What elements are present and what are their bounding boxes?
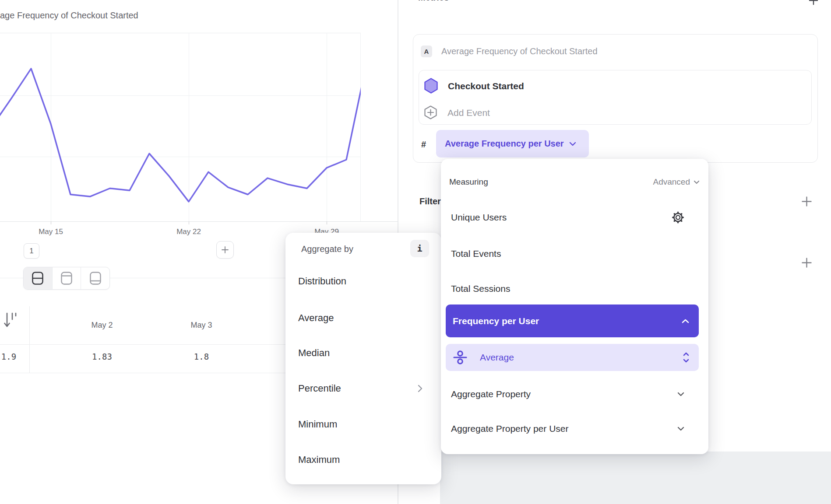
x-tick (327, 221, 327, 224)
average-icon (453, 349, 468, 366)
measuring-menu-title: Measuring (449, 177, 488, 187)
aggregate-by-menu-title: Aggregate by (301, 244, 353, 254)
menu-item-aggregate-property[interactable]: Aggregate Property (451, 382, 698, 406)
measurement-type-symbol: # (421, 140, 426, 150)
aggregate-by-menu: Aggregate by i Distribution Average Medi… (285, 233, 441, 484)
chart-bottom-layout-icon (90, 272, 101, 285)
chevron-down-icon (569, 142, 576, 146)
metric-name-input[interactable]: Average Frequency of Checkout Started (441, 46, 598, 56)
menu-item-distribution[interactable]: Distribution (298, 269, 429, 294)
menu-item-total-sessions[interactable]: Total Sessions (451, 276, 698, 301)
table-column-divider (29, 306, 30, 373)
measurement-label: Average Frequency per User (445, 139, 564, 149)
menu-item-average[interactable]: Average (298, 305, 429, 331)
metric-letter-badge: A (421, 46, 432, 57)
menu-item-minimum[interactable]: Minimum (298, 412, 429, 437)
measurement-dropdown-button[interactable]: Average Frequency per User (436, 130, 589, 158)
plus-icon (808, 0, 819, 6)
sort-descending-icon[interactable] (4, 312, 18, 330)
page-number-button[interactable]: 1 (24, 243, 39, 259)
plus-icon (221, 246, 229, 254)
table-header-cell[interactable]: May 2 (91, 321, 113, 330)
chart-title: age Frequency of Checkout Started (0, 10, 138, 21)
advanced-toggle[interactable]: Advanced (653, 177, 700, 187)
x-axis-line (0, 221, 398, 222)
layout-switcher (23, 267, 110, 290)
x-tick-label: May 22 (176, 228, 201, 236)
line-chart-plot-area (0, 33, 361, 221)
table-value-cell: 1.83 (92, 352, 112, 361)
panel-background-area (440, 452, 831, 504)
menu-item-frequency-per-user-selected[interactable]: Frequency per User (446, 304, 699, 337)
menu-item-maximum[interactable]: Maximum (298, 447, 429, 472)
x-tick (189, 221, 189, 224)
menu-item-aggregate-property-per-user[interactable]: Aggregate Property per User (451, 416, 698, 441)
add-event-hexagon-plus-icon (424, 105, 437, 119)
plus-icon (801, 196, 812, 207)
chevron-up-icon (682, 319, 689, 323)
chevron-down-icon (694, 180, 700, 184)
layout-split-button[interactable] (24, 267, 53, 289)
x-tick-label: May 15 (39, 228, 63, 236)
x-tick (51, 221, 51, 224)
menu-item-percentile[interactable]: Percentile (298, 376, 429, 401)
metrics-section-heading: Metrics (418, 0, 449, 3)
menu-item-unique-users[interactable]: Unique Users (451, 205, 698, 230)
info-button[interactable]: i (410, 240, 429, 257)
event-hexagon-icon (424, 78, 438, 94)
plus-icon (801, 257, 812, 268)
chart-top-layout-icon (61, 272, 72, 285)
chevron-down-icon (677, 427, 684, 431)
menu-subitem-average-selected[interactable]: Average (446, 344, 699, 371)
menu-item-total-events[interactable]: Total Events (451, 242, 698, 266)
frequency-line-series[interactable] (0, 33, 361, 221)
gear-icon[interactable] (672, 211, 684, 224)
layout-chart-top-button[interactable] (53, 267, 81, 289)
chevron-down-icon (677, 392, 684, 396)
menu-item-median[interactable]: Median (298, 340, 429, 366)
measuring-menu: Measuring Advanced Unique Users Total Ev… (441, 159, 708, 454)
split-layout-icon (32, 272, 43, 285)
add-chart-button[interactable] (216, 241, 234, 259)
table-value-cell: 1.8 (194, 352, 209, 361)
add-filter-button[interactable] (801, 196, 812, 207)
chevron-right-icon (418, 385, 423, 392)
layout-chart-bottom-button[interactable] (81, 267, 109, 289)
event-name[interactable]: Checkout Started (448, 81, 524, 91)
add-breakdown-button[interactable] (801, 257, 812, 268)
sort-arrows-icon (683, 352, 689, 363)
add-metric-button[interactable] (808, 0, 819, 6)
table-header-cell[interactable]: May 3 (190, 321, 212, 330)
table-value-cell: 1.9 (1, 352, 16, 361)
add-event-button[interactable]: Add Event (447, 108, 490, 118)
